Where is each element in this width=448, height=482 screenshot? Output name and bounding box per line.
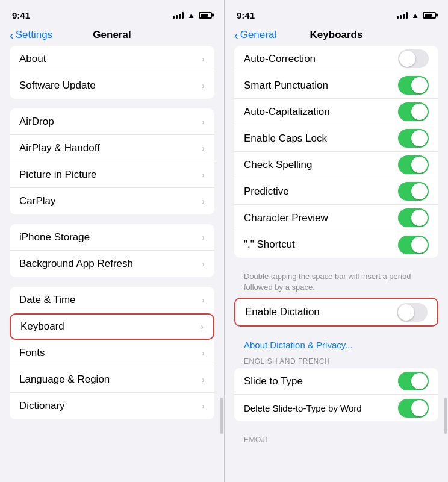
period-shortcut-toggle[interactable] [398, 236, 429, 254]
row-date-time[interactable]: Date & Time › [10, 287, 214, 313]
check-spelling-label: Check Spelling [244, 159, 398, 171]
row-predictive[interactable]: Predictive [234, 178, 438, 205]
background-app-refresh-chevron-icon: › [202, 259, 205, 269]
date-time-label: Date & Time [19, 294, 202, 306]
auto-capitalization-label: Auto-Capitalization [244, 106, 398, 118]
iphone-storage-label: iPhone Storage [19, 231, 202, 243]
about-label: About [19, 53, 202, 65]
battery-icon [199, 12, 212, 19]
right-status-icons: ▲ [397, 11, 436, 20]
left-status-bar: 9:41 ▲ [0, 0, 224, 27]
left-group-3: iPhone Storage › Background App Refresh … [10, 224, 214, 277]
left-nav-bar: ‹ Settings General [0, 27, 224, 46]
left-group-2: AirDrop › AirPlay & Handoff › Picture in… [10, 108, 214, 214]
row-airdrop[interactable]: AirDrop › [10, 108, 214, 135]
slide-to-type-toggle[interactable] [398, 372, 429, 390]
row-auto-capitalization[interactable]: Auto-Capitalization [234, 99, 438, 125]
right-scroll-indicator [444, 398, 447, 434]
row-about[interactable]: About › [10, 46, 214, 72]
left-nav-title: General [93, 29, 131, 41]
airplay-handoff-label: AirPlay & Handoff [19, 142, 202, 154]
language-region-chevron-icon: › [202, 375, 205, 384]
left-group-1: About › Software Update › [10, 46, 214, 99]
right-nav-bar: ‹ General Keyboards [225, 27, 448, 46]
row-language-region[interactable]: Language & Region › [10, 366, 214, 393]
fonts-chevron-icon: › [202, 348, 205, 358]
period-note: Double tapping the space bar will insert… [234, 268, 438, 298]
enable-caps-lock-toggle[interactable] [398, 129, 429, 148]
row-airplay-handoff[interactable]: AirPlay & Handoff › [10, 135, 214, 161]
row-enable-caps-lock[interactable]: Enable Caps Lock [234, 125, 438, 152]
dictionary-chevron-icon: › [202, 401, 205, 411]
smart-punctuation-label: Smart Punctuation [244, 80, 398, 92]
dictation-link[interactable]: About Dictation & Privacy... [234, 336, 438, 352]
row-enable-dictation[interactable]: Enable Dictation [235, 299, 437, 325]
right-panel: 9:41 ▲ ‹ General Keyboards Auto-Correcti… [224, 0, 448, 482]
background-app-refresh-label: Background App Refresh [19, 258, 202, 270]
wifi-icon: ▲ [187, 11, 195, 20]
right-scroll-content: Auto-Correction Smart Punctuation Auto-C… [225, 46, 448, 482]
row-character-preview[interactable]: Character Preview [234, 205, 438, 231]
left-scroll-indicator [220, 398, 223, 434]
iphone-storage-chevron-icon: › [202, 233, 205, 242]
right-group-bottom: Slide to Type Delete Slide-to-Type by Wo… [234, 368, 438, 421]
right-signal-icon [397, 11, 408, 19]
smart-punctuation-toggle[interactable] [398, 76, 429, 95]
enable-dictation-label: Enable Dictation [245, 306, 397, 318]
about-chevron-icon: › [202, 54, 205, 64]
airdrop-label: AirDrop [19, 116, 202, 128]
row-delete-slide[interactable]: Delete Slide-to-Type by Word [234, 395, 438, 421]
picture-in-picture-chevron-icon: › [202, 170, 205, 180]
row-smart-punctuation[interactable]: Smart Punctuation [234, 72, 438, 99]
row-iphone-storage[interactable]: iPhone Storage › [10, 224, 214, 251]
row-keyboard[interactable]: Keyboard › [10, 313, 214, 340]
slide-to-type-label: Slide to Type [244, 375, 398, 387]
left-scroll-content: About › Software Update › AirDrop › AirP… [0, 46, 224, 482]
right-back-chevron-icon: ‹ [234, 28, 238, 42]
row-background-app-refresh[interactable]: Background App Refresh › [10, 251, 214, 277]
row-fonts[interactable]: Fonts › [10, 340, 214, 366]
language-region-label: Language & Region [19, 374, 202, 386]
right-time: 9:41 [237, 10, 255, 20]
right-back-button[interactable]: ‹ General [234, 28, 276, 42]
row-period-shortcut[interactable]: "." Shortcut [234, 231, 438, 258]
carplay-label: CarPlay [19, 195, 202, 207]
enable-dictation-toggle[interactable] [397, 303, 428, 322]
right-wifi-icon: ▲ [411, 11, 419, 20]
date-time-chevron-icon: › [202, 295, 205, 305]
left-panel: 9:41 ▲ ‹ Settings General About › So [0, 0, 224, 482]
airplay-handoff-chevron-icon: › [202, 143, 205, 153]
left-back-label: Settings [16, 29, 52, 41]
row-dictionary[interactable]: Dictionary › [10, 393, 214, 419]
predictive-label: Predictive [244, 186, 398, 198]
signal-icon [173, 11, 184, 19]
row-auto-correction[interactable]: Auto-Correction [234, 46, 438, 72]
right-nav-title: Keyboards [310, 29, 363, 41]
row-software-update[interactable]: Software Update › [10, 72, 214, 99]
airdrop-chevron-icon: › [202, 117, 205, 127]
software-update-label: Software Update [19, 80, 202, 92]
character-preview-label: Character Preview [244, 212, 398, 224]
auto-capitalization-toggle[interactable] [398, 102, 429, 121]
row-carplay[interactable]: CarPlay › [10, 188, 214, 214]
keyboard-label: Keyboard [20, 321, 201, 333]
right-battery-icon [423, 12, 436, 19]
keyboard-chevron-icon: › [201, 322, 204, 331]
fonts-label: Fonts [19, 347, 202, 359]
right-group-main: Auto-Correction Smart Punctuation Auto-C… [234, 46, 438, 258]
row-check-spelling[interactable]: Check Spelling [234, 152, 438, 178]
row-picture-in-picture[interactable]: Picture in Picture › [10, 161, 214, 188]
delete-slide-toggle[interactable] [398, 399, 429, 418]
carplay-chevron-icon: › [202, 196, 205, 206]
right-status-bar: 9:41 ▲ [225, 0, 448, 27]
enable-caps-lock-label: Enable Caps Lock [244, 133, 398, 145]
predictive-toggle[interactable] [398, 182, 429, 201]
character-preview-toggle[interactable] [398, 208, 429, 227]
left-status-icons: ▲ [173, 11, 212, 20]
row-slide-to-type[interactable]: Slide to Type [234, 368, 438, 395]
left-back-button[interactable]: ‹ Settings [10, 28, 52, 42]
check-spelling-toggle[interactable] [398, 155, 429, 174]
left-group-4: Date & Time › Keyboard › Fonts › Languag… [10, 287, 214, 419]
auto-correction-toggle[interactable] [398, 49, 429, 68]
period-shortcut-label: "." Shortcut [244, 239, 398, 251]
